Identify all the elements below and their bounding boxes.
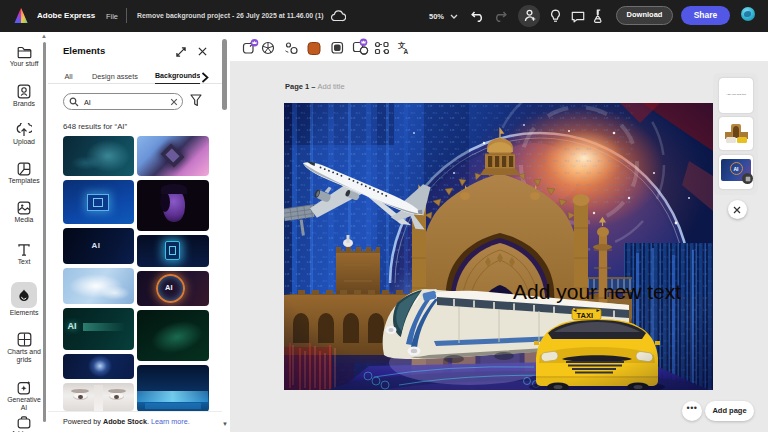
svg-text:A: A xyxy=(404,48,409,55)
svg-text:Add your new text: Add your new text xyxy=(513,280,681,303)
